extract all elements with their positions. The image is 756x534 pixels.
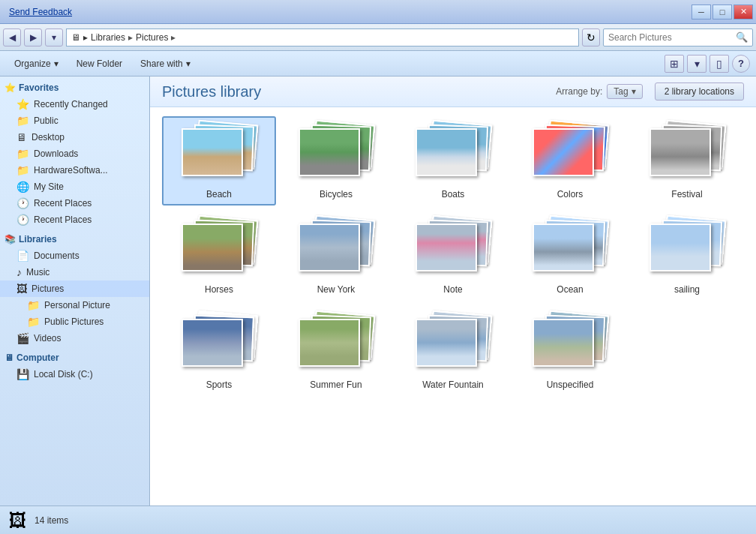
favorites-label: Favorites [19,82,58,93]
share-chevron: ▾ [186,58,190,69]
sidebar-item-mysite[interactable]: 🌐 My Site [0,178,149,195]
recent-locations-button[interactable]: ▾ [45,28,63,46]
folder-item-festival[interactable]: Festival [630,116,744,206]
new-folder-button[interactable]: New Folder [68,54,130,74]
folder-thumb-unspecified [532,313,608,376]
folder-thumb-note [416,218,490,281]
recent-places-2-icon: 🕐 [16,214,29,226]
folder-thumb-sailing [650,218,724,281]
folder-label-water-fountain: Water Fountain [422,380,484,390]
sidebar-item-hardwaresoftware[interactable]: 📁 HardwareSoftwa... [0,162,149,178]
close-button[interactable]: ✕ [734,4,753,20]
folder-item-water-fountain[interactable]: Water Fountain [396,307,510,396]
sidebar-item-recently-changed[interactable]: ⭐ Recently Changed [0,96,149,112]
computer-header[interactable]: 🖥 Computer [0,350,149,366]
path-arrow-1: ▸ [128,32,133,43]
content-title: Pictures library [162,83,556,100]
sidebar-item-local-disk[interactable]: 💾 Local Disk (C:) [0,366,149,382]
folder-label-unspecified: Unspecified [547,380,594,390]
favorites-section: ⭐ Favorites ⭐ Recently Changed 📁 Public … [0,80,149,228]
new-folder-label: New Folder [76,58,122,69]
sidebar-item-downloads[interactable]: 📁 Downloads [0,146,149,162]
folder-item-sailing[interactable]: sailing [630,212,744,301]
search-box[interactable]: 🔍 [603,28,753,46]
sidebar-item-music[interactable]: ♪ Music [0,264,149,280]
folder-item-ocean[interactable]: Ocean [513,212,627,301]
folder-item-boats[interactable]: Boats [396,116,510,206]
documents-icon: 📄 [16,250,29,262]
sidebar-item-pictures[interactable]: 🖼 Pictures [0,280,149,297]
content-area: Pictures library Arrange by: Tag ▾ 2 lib… [150,76,756,506]
sidebar-item-recent-places-2[interactable]: 🕐 Recent Places [0,212,149,228]
sidebar-item-recent-places-1[interactable]: 🕐 Recent Places [0,195,149,212]
feedback-link[interactable]: Send Feedback [9,7,72,17]
personal-pictures-icon: 📁 [27,299,40,311]
folder-item-summer-fun[interactable]: Summer Fun [279,307,393,396]
view-dropdown-button[interactable]: ▾ [687,55,706,73]
sidebar-item-public-pictures[interactable]: 📁 Public Pictures [0,314,149,330]
folder-thumb-summer-fun [298,313,374,376]
toolbar: Organize ▾ New Folder Share with ▾ ⊞ ▾ ▯… [0,51,756,76]
folder-label-bicycles: Bicycles [320,189,352,200]
local-disk-label: Local Disk (C:) [34,369,93,380]
folder-label-horses: Horses [205,284,233,295]
folder-label-note: Note [443,284,462,295]
folder-item-horses[interactable]: Horses [162,212,276,301]
local-disk-icon: 💾 [16,368,29,380]
folder-item-bicycles[interactable]: Bicycles [279,116,393,206]
folder-item-unspecified[interactable]: Unspecified [513,307,627,396]
folder-item-sports[interactable]: Sports [162,307,276,396]
path-pictures[interactable]: Pictures [136,32,168,43]
preview-pane-button[interactable]: ▯ [710,55,729,73]
sidebar-item-personal-pictures[interactable]: 📁 Personal Picture [0,297,149,314]
arrange-dropdown[interactable]: Tag ▾ [607,84,642,99]
public-pictures-icon: 📁 [27,316,40,328]
sidebar-item-videos[interactable]: 🎬 Videos [0,330,149,346]
arrange-by-control: Arrange by: Tag ▾ [556,84,642,99]
organize-button[interactable]: Organize ▾ [6,54,67,74]
address-path[interactable]: 🖥 ▸ Libraries ▸ Pictures ▸ [66,28,579,46]
status-bar: 🖼 14 items [0,506,756,534]
library-locations-button[interactable]: 2 library locations [655,82,744,100]
hardwaresoftware-icon: 📁 [16,164,29,176]
folder-label-sports: Sports [206,380,232,390]
arrange-value: Tag [614,86,628,97]
favorites-star-icon: ⭐ [4,82,16,93]
libraries-header[interactable]: 📚 Libraries [0,231,149,248]
change-view-button[interactable]: ⊞ [664,55,684,73]
recently-changed-icon: ⭐ [16,98,29,110]
recent-places-2-label: Recent Places [34,214,92,225]
path-icon: 🖥 [71,32,80,43]
sidebar-item-desktop[interactable]: 🖥 Desktop [0,129,149,146]
help-button[interactable]: ? [732,55,750,73]
folder-item-colors[interactable]: Colors [513,116,627,206]
favorites-header[interactable]: ⭐ Favorites [0,80,149,96]
address-bar: ◀ ▶ ▾ 🖥 ▸ Libraries ▸ Pictures ▸ ↻ 🔍 [0,24,756,51]
refresh-button[interactable]: ↻ [582,28,600,46]
path-libraries[interactable]: Libraries [91,32,125,43]
search-input[interactable] [608,32,733,43]
folder-item-beach[interactable]: Beach [162,116,276,206]
forward-button[interactable]: ▶ [24,28,42,46]
sidebar-item-public[interactable]: 📁 Public [0,112,149,129]
back-button[interactable]: ◀ [3,28,21,46]
computer-icon: 🖥 [4,352,14,363]
folder-label-summer-fun: Summer Fun [310,380,362,390]
folder-item-new-york[interactable]: New York [279,212,393,301]
folder-thumb-new-york [298,218,374,281]
sidebar-item-documents[interactable]: 📄 Documents [0,248,149,264]
computer-section: 🖥 Computer 💾 Local Disk (C:) [0,350,149,382]
status-count: 14 items [34,515,68,526]
public-label: Public [34,116,58,126]
folder-item-note[interactable]: Note [396,212,510,301]
desktop-label: Desktop [32,132,64,142]
share-with-button[interactable]: Share with ▾ [132,54,199,74]
videos-label: Videos [34,333,61,344]
folder-label-ocean: Ocean [556,284,583,295]
content-grid: Beach Bicycles Boats [150,107,756,506]
restore-button[interactable]: □ [712,4,732,20]
status-icon: 🖼 [9,510,27,531]
minimize-button[interactable]: ─ [692,4,711,20]
folder-label-boats: Boats [442,189,465,200]
videos-icon: 🎬 [16,332,29,344]
